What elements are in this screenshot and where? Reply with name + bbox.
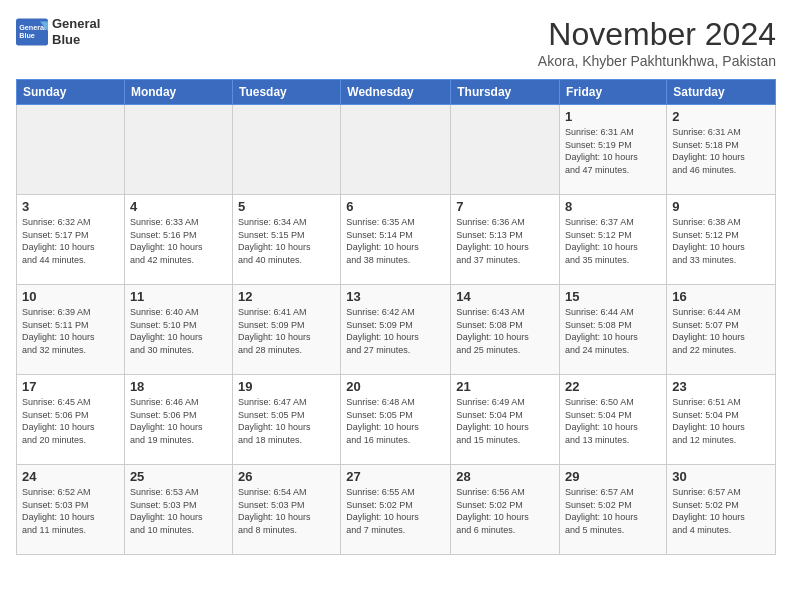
day-info: Sunrise: 6:31 AM Sunset: 5:18 PM Dayligh…	[672, 126, 770, 176]
calendar-cell: 30Sunrise: 6:57 AM Sunset: 5:02 PM Dayli…	[667, 465, 776, 555]
calendar-cell: 29Sunrise: 6:57 AM Sunset: 5:02 PM Dayli…	[560, 465, 667, 555]
calendar-cell: 17Sunrise: 6:45 AM Sunset: 5:06 PM Dayli…	[17, 375, 125, 465]
day-info: Sunrise: 6:50 AM Sunset: 5:04 PM Dayligh…	[565, 396, 661, 446]
day-number: 12	[238, 289, 335, 304]
location-title: Akora, Khyber Pakhtunkhwa, Pakistan	[538, 53, 776, 69]
day-info: Sunrise: 6:42 AM Sunset: 5:09 PM Dayligh…	[346, 306, 445, 356]
day-number: 29	[565, 469, 661, 484]
day-number: 5	[238, 199, 335, 214]
day-number: 6	[346, 199, 445, 214]
calendar-week-row: 24Sunrise: 6:52 AM Sunset: 5:03 PM Dayli…	[17, 465, 776, 555]
day-number: 18	[130, 379, 227, 394]
calendar-cell: 7Sunrise: 6:36 AM Sunset: 5:13 PM Daylig…	[451, 195, 560, 285]
day-number: 1	[565, 109, 661, 124]
day-info: Sunrise: 6:32 AM Sunset: 5:17 PM Dayligh…	[22, 216, 119, 266]
calendar-cell: 27Sunrise: 6:55 AM Sunset: 5:02 PM Dayli…	[341, 465, 451, 555]
calendar-cell: 4Sunrise: 6:33 AM Sunset: 5:16 PM Daylig…	[124, 195, 232, 285]
day-number: 26	[238, 469, 335, 484]
day-info: Sunrise: 6:53 AM Sunset: 5:03 PM Dayligh…	[130, 486, 227, 536]
day-number: 24	[22, 469, 119, 484]
day-info: Sunrise: 6:39 AM Sunset: 5:11 PM Dayligh…	[22, 306, 119, 356]
day-number: 20	[346, 379, 445, 394]
day-number: 25	[130, 469, 227, 484]
calendar-week-row: 17Sunrise: 6:45 AM Sunset: 5:06 PM Dayli…	[17, 375, 776, 465]
calendar-cell: 23Sunrise: 6:51 AM Sunset: 5:04 PM Dayli…	[667, 375, 776, 465]
weekday-header-wednesday: Wednesday	[341, 80, 451, 105]
calendar-cell: 26Sunrise: 6:54 AM Sunset: 5:03 PM Dayli…	[232, 465, 340, 555]
calendar-cell: 12Sunrise: 6:41 AM Sunset: 5:09 PM Dayli…	[232, 285, 340, 375]
weekday-header-sunday: Sunday	[17, 80, 125, 105]
day-info: Sunrise: 6:37 AM Sunset: 5:12 PM Dayligh…	[565, 216, 661, 266]
calendar-cell: 1Sunrise: 6:31 AM Sunset: 5:19 PM Daylig…	[560, 105, 667, 195]
svg-text:Blue: Blue	[19, 31, 35, 40]
day-info: Sunrise: 6:34 AM Sunset: 5:15 PM Dayligh…	[238, 216, 335, 266]
weekday-header-monday: Monday	[124, 80, 232, 105]
day-info: Sunrise: 6:54 AM Sunset: 5:03 PM Dayligh…	[238, 486, 335, 536]
day-info: Sunrise: 6:31 AM Sunset: 5:19 PM Dayligh…	[565, 126, 661, 176]
logo-text: General Blue	[52, 16, 100, 47]
weekday-header-thursday: Thursday	[451, 80, 560, 105]
day-info: Sunrise: 6:36 AM Sunset: 5:13 PM Dayligh…	[456, 216, 554, 266]
logo-line1: General	[52, 16, 100, 32]
day-info: Sunrise: 6:46 AM Sunset: 5:06 PM Dayligh…	[130, 396, 227, 446]
day-number: 17	[22, 379, 119, 394]
calendar-cell	[124, 105, 232, 195]
day-number: 28	[456, 469, 554, 484]
calendar-cell: 13Sunrise: 6:42 AM Sunset: 5:09 PM Dayli…	[341, 285, 451, 375]
day-info: Sunrise: 6:47 AM Sunset: 5:05 PM Dayligh…	[238, 396, 335, 446]
calendar-cell	[232, 105, 340, 195]
calendar-cell: 18Sunrise: 6:46 AM Sunset: 5:06 PM Dayli…	[124, 375, 232, 465]
title-block: November 2024 Akora, Khyber Pakhtunkhwa,…	[538, 16, 776, 69]
day-info: Sunrise: 6:43 AM Sunset: 5:08 PM Dayligh…	[456, 306, 554, 356]
calendar-cell: 10Sunrise: 6:39 AM Sunset: 5:11 PM Dayli…	[17, 285, 125, 375]
calendar-cell: 14Sunrise: 6:43 AM Sunset: 5:08 PM Dayli…	[451, 285, 560, 375]
day-info: Sunrise: 6:35 AM Sunset: 5:14 PM Dayligh…	[346, 216, 445, 266]
day-info: Sunrise: 6:40 AM Sunset: 5:10 PM Dayligh…	[130, 306, 227, 356]
day-info: Sunrise: 6:41 AM Sunset: 5:09 PM Dayligh…	[238, 306, 335, 356]
day-number: 4	[130, 199, 227, 214]
calendar-cell: 6Sunrise: 6:35 AM Sunset: 5:14 PM Daylig…	[341, 195, 451, 285]
day-info: Sunrise: 6:33 AM Sunset: 5:16 PM Dayligh…	[130, 216, 227, 266]
calendar-cell: 19Sunrise: 6:47 AM Sunset: 5:05 PM Dayli…	[232, 375, 340, 465]
day-number: 22	[565, 379, 661, 394]
day-info: Sunrise: 6:55 AM Sunset: 5:02 PM Dayligh…	[346, 486, 445, 536]
day-number: 23	[672, 379, 770, 394]
day-number: 27	[346, 469, 445, 484]
day-number: 2	[672, 109, 770, 124]
day-number: 3	[22, 199, 119, 214]
day-info: Sunrise: 6:38 AM Sunset: 5:12 PM Dayligh…	[672, 216, 770, 266]
day-number: 13	[346, 289, 445, 304]
weekday-header-row: SundayMondayTuesdayWednesdayThursdayFrid…	[17, 80, 776, 105]
day-info: Sunrise: 6:56 AM Sunset: 5:02 PM Dayligh…	[456, 486, 554, 536]
calendar-week-row: 10Sunrise: 6:39 AM Sunset: 5:11 PM Dayli…	[17, 285, 776, 375]
day-number: 16	[672, 289, 770, 304]
day-number: 9	[672, 199, 770, 214]
calendar-cell: 20Sunrise: 6:48 AM Sunset: 5:05 PM Dayli…	[341, 375, 451, 465]
calendar-cell: 9Sunrise: 6:38 AM Sunset: 5:12 PM Daylig…	[667, 195, 776, 285]
generalblue-logo-icon: General Blue	[16, 18, 48, 46]
calendar-cell: 11Sunrise: 6:40 AM Sunset: 5:10 PM Dayli…	[124, 285, 232, 375]
calendar-cell: 24Sunrise: 6:52 AM Sunset: 5:03 PM Dayli…	[17, 465, 125, 555]
day-number: 11	[130, 289, 227, 304]
day-number: 19	[238, 379, 335, 394]
calendar-cell: 5Sunrise: 6:34 AM Sunset: 5:15 PM Daylig…	[232, 195, 340, 285]
day-number: 10	[22, 289, 119, 304]
calendar-cell: 8Sunrise: 6:37 AM Sunset: 5:12 PM Daylig…	[560, 195, 667, 285]
calendar-cell: 3Sunrise: 6:32 AM Sunset: 5:17 PM Daylig…	[17, 195, 125, 285]
day-number: 30	[672, 469, 770, 484]
weekday-header-saturday: Saturday	[667, 80, 776, 105]
day-info: Sunrise: 6:48 AM Sunset: 5:05 PM Dayligh…	[346, 396, 445, 446]
calendar-table: SundayMondayTuesdayWednesdayThursdayFrid…	[16, 79, 776, 555]
day-number: 8	[565, 199, 661, 214]
calendar-cell	[17, 105, 125, 195]
calendar-cell	[341, 105, 451, 195]
calendar-cell: 15Sunrise: 6:44 AM Sunset: 5:08 PM Dayli…	[560, 285, 667, 375]
calendar-week-row: 3Sunrise: 6:32 AM Sunset: 5:17 PM Daylig…	[17, 195, 776, 285]
calendar-cell: 25Sunrise: 6:53 AM Sunset: 5:03 PM Dayli…	[124, 465, 232, 555]
calendar-cell: 21Sunrise: 6:49 AM Sunset: 5:04 PM Dayli…	[451, 375, 560, 465]
day-info: Sunrise: 6:44 AM Sunset: 5:08 PM Dayligh…	[565, 306, 661, 356]
day-number: 14	[456, 289, 554, 304]
day-number: 7	[456, 199, 554, 214]
logo: General Blue General Blue	[16, 16, 100, 47]
day-info: Sunrise: 6:57 AM Sunset: 5:02 PM Dayligh…	[672, 486, 770, 536]
